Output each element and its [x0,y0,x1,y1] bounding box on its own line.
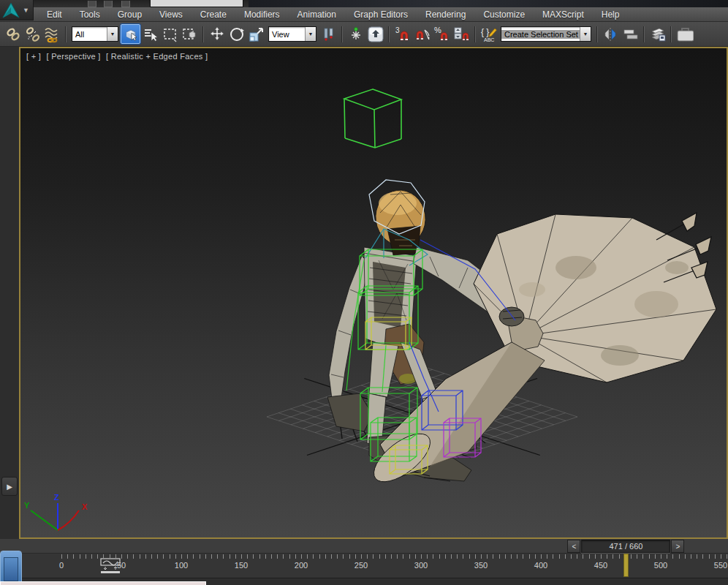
workspace-selector-fragment[interactable] [150,0,243,7]
layer-manager-icon [649,26,667,43]
ruler-frame-label: 50 [108,561,134,570]
window-crossing-toggle-button[interactable] [180,24,200,44]
space-warp-icon [44,26,61,43]
menu-tools[interactable]: Tools [71,8,109,21]
spinner-snap-toggle-button[interactable] [452,24,471,44]
3ds-max-logo-icon [1,1,20,19]
layer-manager-button[interactable] [648,24,667,44]
application-menu-button[interactable]: ▼ [0,0,34,20]
previous-frame-button[interactable]: < [567,540,580,553]
3ds-max-window: ▼ Edit Tools Group Views Create Modifier… [0,0,728,585]
qat-icon-fragment[interactable] [121,1,130,7]
select-by-name-button[interactable] [140,24,160,44]
select-object-button[interactable] [121,24,140,44]
unlink-selection-button[interactable] [23,24,42,44]
current-frame-marker[interactable] [623,554,629,577]
qat-icon-fragment[interactable] [104,1,113,7]
menu-modifiers[interactable]: Modifiers [235,8,289,21]
menu-edit[interactable]: Edit [38,8,71,21]
menu-create[interactable]: Create [192,8,235,21]
world-axis-tripod: Z Y X [24,493,88,530]
main-toolbar: All ▼ [0,22,728,47]
ruler-frame-label: 0 [48,561,75,570]
align-icon [622,26,640,43]
select-and-manipulate-button[interactable] [346,24,365,44]
ruler-frame-label: 350 [468,561,494,570]
select-and-rotate-button[interactable] [227,24,246,44]
title-bar-fragment [249,0,728,7]
toolbar-separator [670,26,672,42]
keyboard-override-icon [367,26,384,43]
mirror-icon [602,26,620,43]
ruler-frame-label: 450 [588,561,614,570]
scene-3d[interactable]: Z Y X [20,48,727,537]
use-pivot-point-center-button[interactable] [319,24,338,44]
ruler-frame-label: 300 [408,561,434,570]
rectangular-selection-region-button[interactable] [160,24,180,44]
viewport-label: [ + ] [ Perspective ] [ Realistic + Edge… [26,52,211,61]
snaps-3d-icon: 3 [394,26,412,43]
menu-rendering[interactable]: Rendering [417,8,474,21]
keyboard-shortcut-override-button[interactable] [365,24,385,44]
app-menu-caret-icon: ▼ [23,7,29,14]
track-bar-ruler[interactable]: 050100150200250300350400450500550 [0,554,728,578]
docked-blue-button[interactable] [0,551,22,585]
percent-glyph: % [434,26,441,34]
link-icon [5,26,21,42]
docked-blue-button-face [4,557,18,581]
ruler-frame-label: 150 [228,561,254,570]
bind-to-space-warp-button[interactable] [42,24,62,44]
menu-customize[interactable]: Customize [474,8,534,21]
menu-help[interactable]: Help [593,8,629,21]
perspective-viewport[interactable]: [ + ] [ Perspective ] [ Realistic + Edge… [19,47,728,539]
ruler-frame-label: 500 [648,561,674,570]
snaps-count-text: 3 [395,26,400,34]
percent-snap-toggle-button[interactable]: % [432,24,452,44]
ruler-frame-label: 250 [348,561,374,570]
angle-snap-toggle-button[interactable] [412,24,432,44]
time-slider-handle[interactable]: < 471 / 660 > [567,540,684,553]
select-by-name-icon [143,26,159,42]
dock-flyout-arrow-button[interactable]: ▶ [1,477,18,496]
move-icon [208,26,226,43]
rotate-icon [228,26,246,43]
axis-y-label: Y [24,501,30,510]
ruler-frame-label: 200 [288,561,314,570]
mirror-button[interactable] [601,24,621,44]
viewport-menu-pov[interactable]: [ Perspective ] [47,52,101,61]
viewport-menu-shading[interactable]: [ Realistic + Edged Faces ] [106,52,208,61]
qat-icon-fragment[interactable] [88,1,96,7]
select-object-icon [124,27,138,42]
angle-snap-icon [414,26,431,43]
menu-graph-editors[interactable]: Graph Editors [345,8,417,21]
named-selection-set-value: Create Selection Set [501,30,580,39]
edit-named-selection-sets-button[interactable]: { } ABC [479,24,498,44]
toolbar-separator [65,26,67,42]
time-slider-track[interactable]: < 471 / 660 > [0,539,728,554]
maxscript-listener-edge [0,581,206,585]
reference-coordinate-value: View [269,30,305,39]
menu-views[interactable]: Views [151,8,192,21]
next-frame-button[interactable]: > [671,540,684,553]
named-selection-set-dropdown[interactable]: Create Selection Set ▼ [501,26,591,42]
axis-x-label: X [82,502,88,511]
toolbox-button[interactable] [675,24,694,44]
menu-animation[interactable]: Animation [289,8,345,21]
pivot-center-icon [321,26,337,42]
select-and-link-button[interactable] [3,24,23,44]
snaps-toggle-button[interactable]: 3 [393,24,412,44]
dropdown-arrow-icon: ▼ [305,27,316,41]
dummy-helper-cube[interactable] [344,89,401,148]
frame-counter[interactable]: 471 / 660 [581,540,670,553]
viewport-menu-general[interactable]: [ + ] [26,52,41,61]
selection-filter-dropdown[interactable]: All ▼ [72,26,118,42]
menu-group[interactable]: Group [109,8,151,21]
menu-maxscript[interactable]: MAXScript [534,8,593,21]
align-button[interactable] [621,24,640,44]
select-and-scale-button[interactable] [246,24,266,44]
selection-region-icon [162,26,178,42]
reference-coordinate-dropdown[interactable]: View ▼ [268,26,316,42]
manipulate-icon [348,26,364,42]
select-and-move-button[interactable] [207,24,227,44]
toolbar-separator [202,26,204,42]
